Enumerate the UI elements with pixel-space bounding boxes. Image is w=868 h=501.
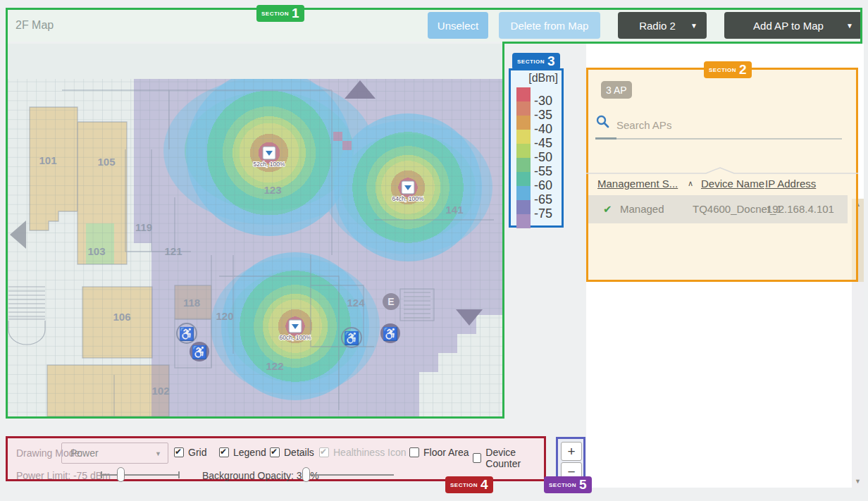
room-label: 123 [264, 184, 281, 196]
room-label: 119 [135, 221, 152, 233]
page-title: 2F Map [16, 19, 54, 32]
checkbox-label: Grid [188, 447, 206, 458]
legend-label: -75 [534, 206, 552, 221]
room-label: 121 [164, 245, 182, 257]
checkbox-box[interactable] [219, 447, 229, 457]
checkbox-box[interactable] [409, 447, 419, 457]
room-label: 106 [113, 311, 130, 323]
column-header-device-name[interactable]: Device Name [701, 178, 764, 190]
ap-table-row[interactable]: ✔ Managed TQ4600_Docnet_1 192.168.4.101 [588, 195, 848, 223]
room-label: 101 [39, 154, 56, 166]
map-grid [8, 79, 502, 416]
column-header-management-state[interactable]: Management S... [597, 178, 678, 190]
room-label: 120 [216, 310, 233, 322]
checkbox-label: Healthiness Icon [333, 447, 407, 458]
app-window: 2F Map Unselect Delete from Map Radio 2 … [0, 0, 868, 501]
search-aps-input[interactable] [616, 116, 838, 134]
delete-from-map-button[interactable]: Delete from Map [499, 12, 600, 39]
details-checkbox[interactable]: Details [270, 447, 314, 458]
legend-swatch [516, 144, 531, 158]
room-label: 141 [445, 204, 463, 216]
management-status-cell: Managed [620, 203, 664, 215]
wheelchair-icon: ♿ [190, 342, 209, 361]
checkbox-box [319, 447, 329, 457]
legend-label: -45 [534, 136, 552, 151]
ap-count-badge: 3 AP [601, 81, 632, 99]
legend-label: -55 [534, 164, 552, 179]
legend-checkbox[interactable]: Legend [219, 447, 266, 458]
svg-text:♿: ♿ [383, 326, 399, 342]
drawing-mode-select[interactable]: Power ▼ [61, 443, 168, 464]
background-opacity-slider-thumb[interactable] [302, 467, 310, 482]
scrollbar-track[interactable] [852, 282, 864, 488]
checkbox-box[interactable] [174, 447, 184, 457]
legend-swatch [516, 130, 531, 144]
room-label: 105 [97, 156, 115, 168]
map-options-bar: Drawing Mode: Power ▼ Grid Legend Detail… [6, 436, 546, 481]
legend-swatch [516, 87, 531, 101]
room-label: 103 [87, 245, 105, 257]
power-limit-slider-thumb[interactable] [117, 467, 125, 482]
add-ap-to-map-dropdown[interactable]: Add AP to Map ▼ [724, 12, 862, 39]
svg-text:E: E [388, 296, 394, 307]
legend-label: -35 [534, 108, 552, 123]
chevron-down-icon: ▼ [846, 22, 853, 30]
section2-border [586, 68, 858, 282]
chevron-down-icon: ▼ [690, 22, 698, 30]
scroll-down-arrow[interactable]: ▼ [852, 478, 864, 485]
section2-annotation: SECTION2 [704, 61, 752, 78]
grid-checkbox[interactable]: Grid [174, 447, 206, 458]
healthiness-icon-checkbox: Healthiness Icon [319, 447, 407, 458]
table-top-divider [586, 166, 858, 175]
section1-annotation: SECTION1 [256, 5, 304, 22]
legend-swatch [516, 200, 531, 214]
unselect-button[interactable]: Unselect [428, 12, 488, 39]
svg-text:♿: ♿ [344, 330, 360, 346]
svg-text:♿: ♿ [192, 345, 208, 360]
legend-swatch [516, 186, 531, 200]
zoom-in-button[interactable]: + [561, 442, 582, 461]
ap-label: 60ch, 100% [280, 334, 311, 341]
legend-label: -65 [534, 192, 552, 207]
sort-ascending-icon[interactable]: ∧ [688, 179, 693, 188]
legend-swatch [516, 116, 531, 130]
floor-map-canvas[interactable]: E ♿ ♿ ♿ ♿ 101 105 119 103 [8, 44, 502, 416]
power-limit-label: Power Limit: -75 dBm [16, 470, 111, 481]
legend-swatch [516, 214, 531, 228]
room-label: 124 [347, 297, 365, 309]
checkbox-box[interactable] [270, 447, 280, 457]
ip-address-cell: 192.168.4.101 [767, 203, 834, 215]
column-header-ip-address[interactable]: IP Address [765, 178, 816, 190]
section1-border [6, 8, 8, 419]
checkbox-label: Details [284, 447, 314, 458]
power-limit-slider[interactable] [101, 474, 179, 476]
zoom-controls: + − [556, 437, 585, 481]
ap-search [595, 114, 843, 138]
radio-select-label: Radio 2 [639, 20, 676, 32]
background-opacity-slider[interactable] [304, 474, 394, 476]
section1-border [6, 416, 504, 419]
wheelchair-icon: ♿ [177, 323, 197, 343]
ap-label: 64ch, 100% [392, 195, 424, 202]
legend-label: -40 [534, 122, 552, 137]
checkbox-box[interactable] [473, 453, 481, 463]
checkbox-label: Device Counter [485, 447, 544, 469]
floor-area-checkbox[interactable]: Floor Area [409, 447, 469, 458]
svg-text:♿: ♿ [179, 326, 195, 342]
search-icon [595, 114, 609, 128]
legend-swatch [516, 172, 531, 186]
device-counter-checkbox[interactable]: Device Counter [473, 447, 544, 469]
add-ap-label: Add AP to Map [753, 20, 824, 32]
room-label: 122 [266, 360, 283, 372]
room-label: 118 [183, 297, 200, 309]
stairs-icon [404, 292, 430, 318]
legend-label: -50 [534, 150, 552, 165]
section3-annotation: SECTION3 [512, 53, 560, 70]
search-underline-accent [595, 137, 616, 140]
background-opacity-label: Background Opacity: 30 % [202, 470, 319, 481]
signal-legend: [dBm] -30 -35 -40 -45 -50 -55 -60 -65 -7… [509, 68, 564, 228]
legend-label: -60 [534, 178, 552, 193]
drawing-mode-value: Power [70, 447, 99, 459]
legend-swatch [516, 158, 531, 172]
radio-select-dropdown[interactable]: Radio 2 ▼ [618, 12, 707, 39]
